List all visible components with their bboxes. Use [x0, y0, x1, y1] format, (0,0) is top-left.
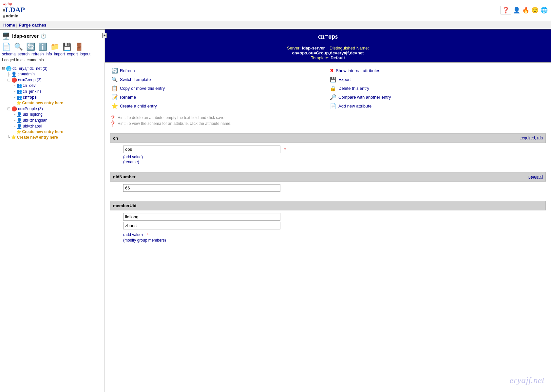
- cn-add-value-link[interactable]: (add value): [123, 155, 143, 159]
- dn-label: Distinguished Name:: [330, 46, 369, 50]
- cn-admin-link[interactable]: cn=admin: [18, 72, 35, 76]
- cn-jenkins-link[interactable]: cn=jenkins: [23, 89, 42, 94]
- ou-group-icon: 🔴: [11, 77, 17, 83]
- dc-icon: 🌐: [6, 66, 11, 71]
- tree-node-uid-zhaosi[interactable]: ├ 👤 uid=zhaosi: [12, 124, 103, 129]
- export-action[interactable]: 💾 Export: [329, 76, 546, 83]
- attr-cn-required: required, rdn: [521, 136, 543, 140]
- tree-node-cn-dev[interactable]: ├ 👥 cn=dev: [12, 83, 103, 88]
- tree-node-cn-jenkins[interactable]: ├ 👥 cn=jenkins: [12, 89, 103, 94]
- search-label[interactable]: search: [18, 52, 29, 56]
- attr-memberuid-value-row-1: [123, 213, 533, 221]
- tree-node-ou-group[interactable]: ⊟ 🔴 ou=Group (3): [7, 77, 103, 83]
- ou-people-children: ├ 👤 uid=liqilong ├ 👤 uid=zhangsan: [7, 111, 103, 134]
- create-new-root-entry[interactable]: └ ⭐ Create new entry here: [7, 135, 103, 140]
- logout-icon[interactable]: 🚪: [75, 43, 84, 51]
- attr-cn-input[interactable]: [123, 146, 280, 153]
- uid-zhaosi-link[interactable]: uid=zhaosi: [23, 124, 42, 128]
- logout-label[interactable]: logout: [80, 52, 90, 56]
- sidebar-header: 🖥️ ldap-server 🕐: [2, 32, 103, 40]
- server-name: ldap-server: [12, 33, 39, 39]
- smile-icon[interactable]: 🙂: [531, 7, 539, 14]
- refresh-label[interactable]: refresh: [31, 52, 44, 56]
- export-icon[interactable]: 💾: [63, 43, 71, 51]
- actions-grid: 🔄 Refresh ✖ Show internal attributes 🔍 S…: [105, 63, 551, 114]
- attr-gidnumber-name[interactable]: gidNumber: [113, 174, 136, 179]
- branch-icon10: ├: [12, 124, 15, 128]
- entry-dn: cn=ops,ou=Group,dc=eryajf,dc=net: [292, 50, 364, 55]
- tree-node-cn-admin[interactable]: ├ 👤 cn=admin: [7, 71, 103, 77]
- tree-node-uid-liqilong[interactable]: ├ 👤 uid=liqilong: [12, 112, 103, 117]
- add-attr-action[interactable]: 📄 Add new attribute: [329, 102, 546, 110]
- info-icon[interactable]: ℹ️: [38, 43, 47, 51]
- new-entry-label[interactable]: Create new entry here: [22, 101, 63, 105]
- attr-memberuid-input-1[interactable]: [123, 213, 280, 221]
- uid-zhaosi-icon: 👤: [16, 124, 22, 129]
- hint-2: ❓ Hint: To view the schema for an attrib…: [110, 121, 546, 127]
- tree-node-ou-people[interactable]: ⊟ 🔴 ou=People (3): [7, 106, 103, 111]
- attr-memberuid-name[interactable]: memberUid: [113, 203, 137, 208]
- attr-memberuid-header: memberUid: [110, 201, 546, 210]
- attr-cn-name[interactable]: cn: [113, 136, 118, 141]
- schema-label[interactable]: schema: [2, 52, 16, 56]
- cn-rename-link[interactable]: (rename): [123, 160, 139, 164]
- attr-gidnumber-input[interactable]: [123, 184, 280, 192]
- switch-template-action[interactable]: 🔍 Switch Template: [110, 76, 327, 83]
- create-child-action[interactable]: ⭐ Create a child entry: [110, 102, 327, 110]
- create-new-people-entry[interactable]: └ ⭐ Create new entry here: [12, 129, 103, 134]
- delete-action[interactable]: 🔒 Delete this entry: [329, 85, 546, 92]
- uid-zhangsan-link[interactable]: uid=zhangsan: [23, 118, 48, 123]
- tree-item-new-group: └ ⭐ Create new entry here: [12, 100, 103, 106]
- uid-liqilong-link[interactable]: uid=liqilong: [23, 112, 43, 117]
- dc-link[interactable]: dc=eryajf,dc=net (3): [12, 66, 48, 71]
- tree-item-uid-zhangsan: ├ 👤 uid=zhangsan: [12, 117, 103, 123]
- create-child-label: Create a child entry: [120, 104, 157, 108]
- cn-ops-link[interactable]: cn=ops: [23, 95, 37, 100]
- home-link[interactable]: Home: [3, 23, 15, 28]
- cn-dev-link[interactable]: cn=dev: [23, 83, 36, 88]
- show-internal-action[interactable]: ✖ Show internal attributes: [329, 67, 546, 74]
- ou-group-link[interactable]: ou=Group (3): [18, 78, 42, 82]
- info-label[interactable]: info: [46, 52, 52, 56]
- schema-icon[interactable]: 📄: [2, 43, 11, 51]
- import-icon[interactable]: 📁: [50, 43, 59, 51]
- branch-icon12: └: [7, 135, 10, 140]
- memberuid-add-value-link[interactable]: (add value): [123, 232, 143, 237]
- ou-people-link[interactable]: ou=People (3): [18, 107, 43, 111]
- uid-zhangsan-icon: 👤: [16, 118, 22, 123]
- hint-1: ❓ Hint: To delete an attribute, empty th…: [110, 115, 546, 121]
- import-label[interactable]: import: [54, 52, 65, 56]
- tree-node-dc[interactable]: ⊟ 🌐 dc=eryajf,dc=net (3): [2, 66, 103, 71]
- rename-action[interactable]: 📝 Rename: [110, 93, 327, 101]
- attributes-section: cn required, rdn * (add value) (rename): [105, 130, 551, 254]
- tree-node-cn-ops[interactable]: ├ 👥 cn=ops: [12, 95, 103, 100]
- memberuid-modify-link[interactable]: (modify group members): [123, 238, 166, 243]
- refresh-icon[interactable]: 🔄: [26, 43, 35, 51]
- expand-sidebar-button[interactable]: +: [102, 33, 107, 38]
- add-attr-label: Add new attribute: [338, 104, 371, 108]
- new-people-label[interactable]: Create new entry here: [22, 129, 63, 134]
- create-new-group-entry[interactable]: └ ⭐ Create new entry here: [12, 101, 103, 105]
- expand-dc[interactable]: ⊟: [2, 66, 5, 70]
- attr-memberuid-input-2[interactable]: [123, 222, 280, 229]
- logged-in-label: Logged in as: cn=admin: [2, 58, 103, 62]
- copy-move-action[interactable]: 📋 Copy or move this entry: [110, 85, 327, 92]
- tree-node-uid-zhangsan[interactable]: ├ 👤 uid=zhangsan: [12, 118, 103, 123]
- compare-action[interactable]: 🔎 Compare with another entry: [329, 93, 546, 101]
- cn-ops-icon: 👥: [16, 95, 22, 100]
- branch-icon11: └: [12, 129, 15, 134]
- new-root-label[interactable]: Create new entry here: [17, 135, 58, 140]
- user-icon[interactable]: 👤: [513, 7, 520, 14]
- purge-caches-link[interactable]: Purge caches: [19, 23, 47, 28]
- export-label[interactable]: export: [67, 52, 78, 56]
- refresh-action[interactable]: 🔄 Refresh: [110, 67, 327, 74]
- help-icon[interactable]: ❓: [501, 6, 511, 14]
- search-icon[interactable]: 🔍: [14, 43, 23, 51]
- entry-subtitle: Server: ldap-server Distinguished Name: …: [105, 44, 551, 63]
- branch-icon: ├: [7, 72, 10, 76]
- globe-icon[interactable]: 🌐: [541, 7, 548, 14]
- entry-template: Default: [331, 55, 345, 60]
- arrow-icon: ←: [145, 231, 151, 237]
- export-action-icon: 💾: [330, 76, 336, 83]
- fire-icon[interactable]: 🔥: [522, 7, 529, 14]
